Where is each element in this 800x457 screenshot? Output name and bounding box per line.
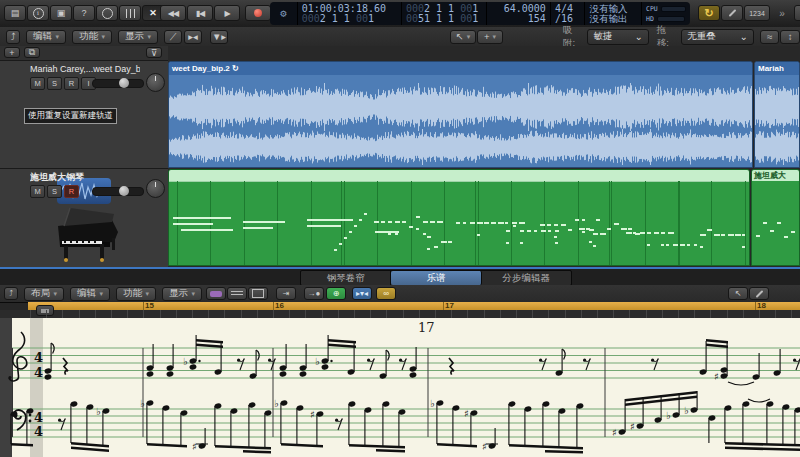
- back-arrow-icon[interactable]: ⤴: [4, 287, 18, 300]
- snap-dropdown[interactable]: 敏捷⌄: [587, 29, 648, 45]
- devices-icon[interactable]: ▤: [4, 5, 26, 21]
- volume-slider[interactable]: [92, 187, 144, 196]
- score-menu[interactable]: 编辑▾: [70, 287, 110, 301]
- duplicate-track-button[interactable]: ⧉: [24, 47, 40, 58]
- midi-region[interactable]: [168, 169, 750, 266]
- track-header-piano[interactable]: 施坦威大钢琴 MSR: [0, 168, 168, 267]
- svg-text:♭: ♭: [274, 398, 279, 409]
- pointer-tool-button[interactable]: ↖▾: [450, 30, 476, 44]
- tab-分步编辑器[interactable]: 分步编辑器: [482, 271, 571, 285]
- view-mode-purple-button[interactable]: [206, 287, 226, 300]
- view-mode-page-button[interactable]: [248, 287, 268, 300]
- autopunch-button[interactable]: [721, 5, 743, 21]
- filter-icon[interactable]: ▼▸: [210, 30, 228, 44]
- tuner-icon[interactable]: [96, 5, 118, 21]
- go-to-start-button[interactable]: ▮◀: [187, 5, 213, 21]
- svg-text:4: 4: [34, 350, 43, 365]
- tracks-area: weet Day_bip.2 ↻ Mariah 施坦威大: [168, 46, 800, 267]
- event-filter-icon[interactable]: ▸▾◂: [352, 287, 372, 300]
- crosshair-tool-button[interactable]: +▾: [477, 30, 503, 44]
- score-bar-number: 15: [145, 301, 154, 310]
- display-icon[interactable]: ▣: [50, 5, 72, 21]
- help-icon[interactable]: ?: [73, 5, 95, 21]
- inspector-icon[interactable]: i: [27, 5, 49, 21]
- cycle-button[interactable]: ↻: [698, 5, 720, 21]
- record-button[interactable]: [245, 5, 271, 21]
- lcd-input-status: 没有输入: [589, 4, 637, 14]
- lcd-tempo-sub: 154: [528, 14, 546, 24]
- track-panel-header: + ⧉ ⊽: [0, 46, 168, 61]
- list-editors-button[interactable]: ≡: [794, 5, 800, 21]
- score-bar-number: 18: [757, 301, 766, 310]
- lcd-tempo: 64.0000: [504, 4, 546, 14]
- svg-text:♯: ♯: [630, 421, 635, 432]
- loop-icon: ↻: [232, 64, 239, 73]
- gear-icon[interactable]: ⚙: [280, 9, 287, 19]
- lcd-io-cell: 没有输入 没有输出: [585, 2, 642, 25]
- link-icon[interactable]: ∞: [376, 287, 396, 300]
- track-name[interactable]: Mariah Carey,...weet Day_bip: [30, 64, 140, 74]
- midi-out-icon[interactable]: ⊕: [326, 287, 346, 300]
- record-enable-button[interactable]: R: [64, 185, 79, 198]
- volume-slider[interactable]: [92, 79, 144, 88]
- mixer-icon[interactable]: [119, 5, 141, 21]
- pan-knob[interactable]: [146, 73, 165, 92]
- svg-text:♭: ♭: [140, 398, 145, 409]
- solo-button[interactable]: S: [47, 185, 62, 198]
- lcd-playhead: 0051 1 1 001: [406, 14, 483, 24]
- control-bar: ▤i▣?✕ ◀◀▮◀▶ ⚙ 01:00:03:18.60 0002 1 1 00…: [0, 0, 800, 28]
- region-name: 施坦威大: [754, 171, 786, 180]
- svg-text:4: 4: [34, 424, 43, 439]
- rewind-button[interactable]: ◀◀: [160, 5, 186, 21]
- lcd-position: 0002 1 1 001: [302, 14, 397, 24]
- track-header-options-button[interactable]: ⊽: [146, 47, 162, 58]
- tab-钢琴卷帘[interactable]: 钢琴卷帘: [301, 271, 391, 285]
- score-bar-number: 16: [275, 301, 284, 310]
- score-menu[interactable]: 功能▾: [116, 287, 156, 301]
- vertical-zoom-icon[interactable]: ↕: [780, 30, 800, 44]
- svg-text:♭: ♭: [430, 398, 435, 409]
- add-track-button[interactable]: +: [4, 47, 20, 58]
- score-pencil-tool[interactable]: [749, 287, 769, 300]
- tab-score-active[interactable]: 乐谱: [391, 271, 481, 285]
- overflow-chevrons[interactable]: »: [771, 5, 793, 21]
- audio-region[interactable]: weet Day_bip.2 ↻: [168, 61, 753, 168]
- grand-piano-image: [40, 198, 128, 266]
- score-menu[interactable]: 显示▾: [162, 287, 202, 301]
- view-mode-lines-button[interactable]: [227, 287, 247, 300]
- back-arrow-icon[interactable]: ⤴: [6, 30, 20, 44]
- lcd-tempo-cell: 64.0000 154: [487, 2, 550, 25]
- audio-region-2[interactable]: Mariah: [754, 61, 800, 168]
- tracks-menu[interactable]: 显示▾: [118, 30, 158, 44]
- mute-button[interactable]: M: [30, 77, 45, 90]
- record-enable-button[interactable]: R: [64, 77, 79, 90]
- tracks-toolbar: ⤴ 编辑▾功能▾显示▾ ⟋ ▸◂ ▼▸ ↖▾ +▾ 吸附: 敏捷⌄ 拖移: 无重…: [0, 27, 800, 47]
- track-name[interactable]: 施坦威大钢琴: [30, 171, 140, 184]
- tracks-menu[interactable]: 编辑▾: [26, 30, 66, 44]
- mute-button[interactable]: M: [30, 185, 45, 198]
- pan-knob[interactable]: [146, 179, 165, 198]
- play-button[interactable]: ▶: [214, 5, 240, 21]
- score-editor[interactable]: 444417♭♭♯♭♭♯♭♯♭♯♯♯♯♭♭: [0, 318, 800, 457]
- waveform-zoom-icon[interactable]: ≈: [760, 30, 780, 44]
- midi-in-icon[interactable]: →●: [304, 287, 324, 300]
- lcd-signature: 4/4: [555, 4, 581, 14]
- drag-dropdown[interactable]: 无重叠⌄: [681, 29, 754, 45]
- score-menu[interactable]: 布局▾: [24, 287, 64, 301]
- automation-icon[interactable]: ⟋: [164, 30, 182, 44]
- svg-text:17: 17: [418, 320, 435, 335]
- crossfade-icon[interactable]: ▸◂: [184, 30, 202, 44]
- indent-icon[interactable]: ⇥: [276, 287, 296, 300]
- track-header-panel: + ⧉ ⊽ Mariah Carey,...weet Day_bip MSRI …: [0, 46, 169, 267]
- tracks-menu[interactable]: 功能▾: [72, 30, 112, 44]
- svg-text:♯: ♯: [482, 441, 487, 452]
- svg-text:♭: ♭: [96, 406, 101, 417]
- midi-in-activity-button[interactable]: [36, 305, 54, 316]
- score-bar-number: 17: [445, 301, 454, 310]
- count-in-button[interactable]: 1234: [744, 5, 770, 21]
- lcd-display[interactable]: ⚙ 01:00:03:18.60 0002 1 1 001 0002 1 1 0…: [270, 2, 690, 25]
- solo-button[interactable]: S: [47, 77, 62, 90]
- svg-text:4: 4: [34, 365, 43, 380]
- midi-region-2[interactable]: 施坦威大: [751, 169, 800, 266]
- score-pointer-tool[interactable]: ↖: [728, 287, 748, 300]
